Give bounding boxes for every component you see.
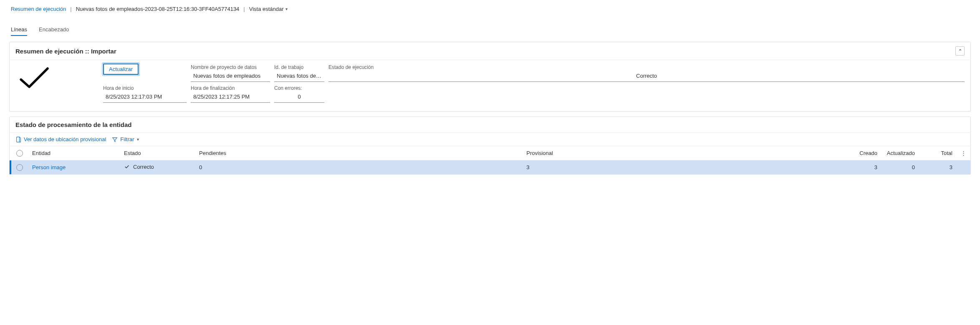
breadcrumb-sep: | (70, 6, 71, 12)
total-cell: 3 (919, 160, 957, 174)
table-row[interactable]: Person image Correcto 0 3 3 0 (10, 160, 970, 174)
status-text: Correcto (133, 164, 154, 170)
col-total[interactable]: Total (919, 146, 957, 160)
created-cell: 3 (844, 160, 881, 174)
exec-status-value[interactable]: Correcto (328, 71, 965, 82)
checkmark-icon (124, 164, 130, 170)
refresh-button[interactable]: Actualizar (103, 63, 139, 75)
exec-status-label: Estado de ejecución (328, 63, 965, 71)
entity-cell[interactable]: Person image (28, 160, 120, 174)
project-name-value[interactable]: Nuevas fotos de empleados (191, 71, 270, 82)
breadcrumb-title: Nuevas fotos de empleados-2023-08-25T12:… (76, 6, 240, 12)
row-more[interactable] (957, 160, 970, 174)
pending-cell: 0 (195, 160, 522, 174)
panel-title: Resumen de ejecución :: Importar (15, 48, 116, 55)
filter-link[interactable]: Filtrar ▾ (112, 136, 139, 142)
col-updated[interactable]: Actualizado (881, 146, 919, 160)
status-cell: Correcto (120, 160, 195, 174)
view-staging-data-label: Ver datos de ubicación provisional (24, 136, 106, 142)
col-entity[interactable]: Entidad (28, 146, 120, 160)
tabs: Líneas Encabezado (0, 17, 980, 36)
entity-table: Entidad Estado Pendientes Provisional Cr… (10, 146, 970, 174)
success-checkmark-icon (15, 63, 99, 93)
col-pending[interactable]: Pendientes (195, 146, 522, 160)
col-created[interactable]: Creado (844, 146, 881, 160)
breadcrumb: Resumen de ejecución | Nuevas fotos de e… (0, 0, 980, 17)
job-id-value[interactable]: Nuevas fotos de empleados-20... (274, 71, 324, 82)
entity-toolbar: Ver datos de ubicación provisional Filtr… (10, 133, 970, 146)
tab-lines[interactable]: Líneas (11, 26, 27, 36)
row-select[interactable] (11, 160, 28, 174)
staging-cell: 3 (522, 160, 844, 174)
collapse-button[interactable]: ⌃ (955, 46, 965, 56)
col-status[interactable]: Estado (120, 146, 195, 160)
svg-rect-0 (17, 137, 20, 142)
document-icon (15, 137, 21, 142)
select-all[interactable] (11, 146, 28, 160)
breadcrumb-sep: | (243, 6, 245, 12)
errors-value[interactable]: 0 (274, 92, 324, 103)
entity-link[interactable]: Person image (32, 164, 66, 170)
project-name-label: Nombre de proyecto de datos (191, 63, 270, 71)
start-time-value[interactable]: 8/25/2023 12:17:03 PM (103, 92, 187, 103)
chevron-down-icon: ▾ (137, 137, 139, 142)
execution-summary-panel: Resumen de ejecución :: Importar ⌃ Nombr… (9, 42, 971, 112)
tab-header[interactable]: Encabezado (39, 26, 69, 36)
job-id-label: Id. de trabajo (274, 63, 324, 71)
chevron-up-icon: ⌃ (958, 48, 962, 54)
panel-title: Estado de procesamiento de la entidad (15, 121, 131, 128)
view-selector[interactable]: Vista estándar ▾ (249, 6, 288, 12)
entity-processing-panel: Estado de procesamiento de la entidad Ve… (9, 117, 971, 175)
breadcrumb-root-link[interactable]: Resumen de ejecución (11, 6, 66, 12)
end-time-label: Hora de finalización (191, 84, 270, 92)
col-staging[interactable]: Provisional (522, 146, 844, 160)
more-options[interactable]: ⋮ (957, 146, 970, 160)
updated-cell: 0 (881, 160, 919, 174)
start-time-label: Hora de inicio (103, 84, 187, 92)
chevron-down-icon: ▾ (285, 7, 288, 11)
view-staging-data-link[interactable]: Ver datos de ubicación provisional (15, 136, 106, 142)
errors-label: Con errores: (274, 84, 324, 92)
filter-label: Filtrar (120, 136, 134, 142)
filter-icon (112, 137, 118, 142)
end-time-value[interactable]: 8/25/2023 12:17:25 PM (191, 92, 270, 103)
view-selector-label: Vista estándar (249, 6, 284, 12)
